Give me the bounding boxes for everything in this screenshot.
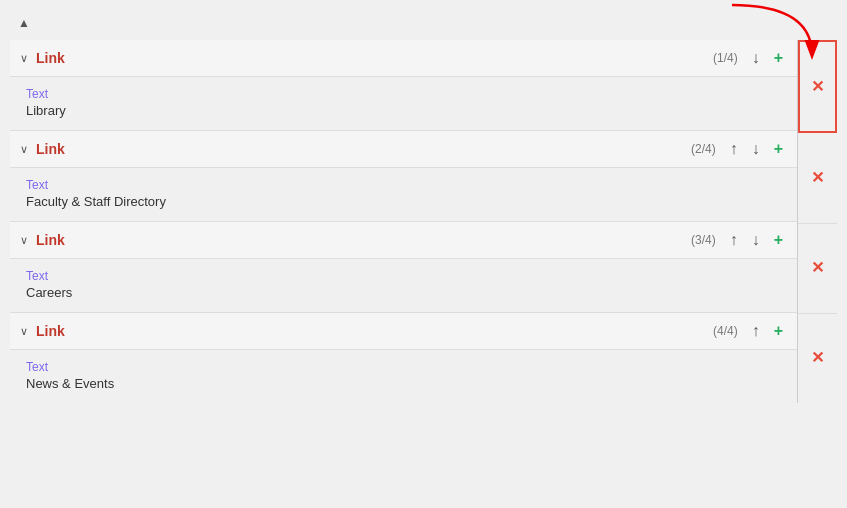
link-chevron-icon-1[interactable]: ∨: [20, 52, 28, 65]
link-count-2: (2/4): [691, 142, 716, 156]
link-remove-button-4[interactable]: ✕: [811, 350, 824, 366]
link-header-2: ∨Link(2/4)↑↓+: [10, 131, 797, 168]
right-col-item-2: ✕: [798, 133, 837, 223]
section-header: ▲: [10, 10, 837, 36]
field-value-4: News & Events: [26, 376, 781, 391]
link-count-4: (4/4): [713, 324, 738, 338]
link-add-button-3[interactable]: +: [770, 230, 787, 250]
link-down-button-3[interactable]: ↓: [748, 230, 764, 250]
field-label-3: Text: [26, 269, 781, 283]
field-label-4: Text: [26, 360, 781, 374]
link-item-1: ∨Link(1/4)↓+TextLibrary: [10, 40, 797, 131]
link-count-3: (3/4): [691, 233, 716, 247]
link-chevron-icon-2[interactable]: ∨: [20, 143, 28, 156]
links-main: ∨Link(1/4)↓+TextLibrary∨Link(2/4)↑↓+Text…: [10, 40, 797, 403]
link-label-3: Link: [36, 232, 685, 248]
link-down-button-1[interactable]: ↓: [748, 48, 764, 68]
link-up-button-3[interactable]: ↑: [726, 230, 742, 250]
right-col: ✕✕✕✕: [797, 40, 837, 403]
field-value-2: Faculty & Staff Directory: [26, 194, 781, 209]
link-chevron-icon-4[interactable]: ∨: [20, 325, 28, 338]
link-count-1: (1/4): [713, 51, 738, 65]
link-body-3: TextCareers: [10, 259, 797, 312]
link-down-button-2[interactable]: ↓: [748, 139, 764, 159]
link-header-1: ∨Link(1/4)↓+: [10, 40, 797, 77]
right-col-item-4: ✕: [798, 314, 837, 403]
field-label-2: Text: [26, 178, 781, 192]
link-remove-button-2[interactable]: ✕: [811, 170, 824, 186]
link-remove-button-1[interactable]: ✕: [811, 79, 824, 95]
link-label-4: Link: [36, 323, 707, 339]
link-body-4: TextNews & Events: [10, 350, 797, 403]
link-label-1: Link: [36, 50, 707, 66]
links-wrapper: ∨Link(1/4)↓+TextLibrary∨Link(2/4)↑↓+Text…: [10, 40, 837, 403]
field-value-3: Careers: [26, 285, 781, 300]
link-item-3: ∨Link(3/4)↑↓+TextCareers: [10, 222, 797, 313]
outer-container: ▲ ∨Link(1/4)↓+TextLibrary∨Link(2/4)↑↓+Te…: [0, 0, 847, 508]
link-body-2: TextFaculty & Staff Directory: [10, 168, 797, 221]
right-col-item-1: ✕: [798, 40, 837, 133]
link-up-button-2[interactable]: ↑: [726, 139, 742, 159]
field-value-1: Library: [26, 103, 781, 118]
section-chevron-icon[interactable]: ▲: [18, 16, 30, 30]
link-label-2: Link: [36, 141, 685, 157]
link-header-3: ∨Link(3/4)↑↓+: [10, 222, 797, 259]
link-remove-button-3[interactable]: ✕: [811, 260, 824, 276]
link-up-button-4[interactable]: ↑: [748, 321, 764, 341]
link-item-2: ∨Link(2/4)↑↓+TextFaculty & Staff Directo…: [10, 131, 797, 222]
field-label-1: Text: [26, 87, 781, 101]
right-col-item-3: ✕: [798, 224, 837, 314]
link-header-4: ∨Link(4/4)↑+: [10, 313, 797, 350]
link-add-button-2[interactable]: +: [770, 139, 787, 159]
link-body-1: TextLibrary: [10, 77, 797, 130]
link-add-button-4[interactable]: +: [770, 321, 787, 341]
link-item-4: ∨Link(4/4)↑+TextNews & Events: [10, 313, 797, 403]
link-chevron-icon-3[interactable]: ∨: [20, 234, 28, 247]
link-add-button-1[interactable]: +: [770, 48, 787, 68]
